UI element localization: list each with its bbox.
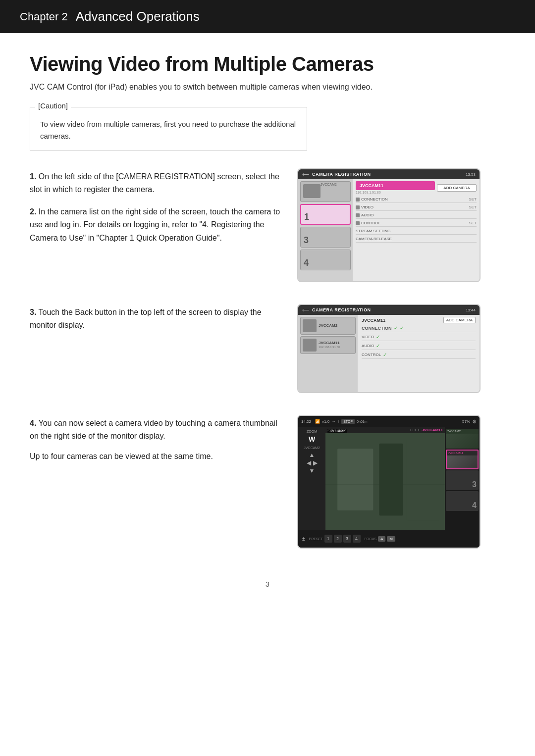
svg-rect-3 [407, 438, 440, 520]
settings-row-control: CONTROL SET [356, 220, 477, 227]
chapter-header: Chapter 2 Advanced Operations [0, 0, 535, 33]
screen2-title: CAMERA REGISTRATION [312, 307, 371, 312]
active-cam-label: JVCCAM11 [422, 428, 443, 432]
step-row-3: 3. Touch the Back button in the top left… [30, 304, 505, 393]
slot-thumb-1 [303, 319, 317, 332]
caution-box: [Caution] To view video from multiple ca… [30, 107, 307, 151]
step-3-num: 3. [30, 308, 36, 316]
monitor-battery: 57% [462, 419, 470, 424]
video-content-svg [325, 433, 445, 530]
slot-1-cam-icon [303, 184, 321, 198]
preset-btn-4[interactable]: 4 [353, 535, 361, 543]
version-info: v1.0 [322, 419, 329, 424]
zoom-label: ZOOM [307, 430, 317, 433]
settings-row-stream: STREAM SETTING [356, 228, 477, 235]
preset-group: PRESET 1 2 3 4 [309, 535, 361, 543]
screen1-time: 13:53 [466, 172, 476, 177]
slot-4-num: 4 [304, 258, 309, 268]
preset-btn-1[interactable]: 1 [324, 535, 332, 543]
preset-btn-3[interactable]: 3 [343, 535, 351, 543]
control-icon [356, 221, 360, 225]
slot-cam2-label: JVCCAM2 [319, 323, 337, 328]
arrow-up-btn[interactable]: ▲ [309, 452, 315, 458]
preset-label: PRESET [309, 537, 323, 541]
signal-icon: 📶 [315, 419, 320, 424]
s2-cam-row: JVCCAM11 ADD CAMERA [362, 317, 476, 323]
s2-control-check: ✓ [383, 352, 387, 357]
focus-manual-btn[interactable]: M [387, 536, 395, 542]
thumb-slot-4[interactable]: 4 [446, 491, 479, 511]
focus-auto-btn[interactable]: A [378, 536, 385, 542]
slot-3-num: 3 [304, 235, 309, 246]
focus-group: FOCUS A M [365, 536, 396, 542]
page-number: 3 [30, 570, 505, 593]
thumb-cam2[interactable]: JVCCAM2 [446, 429, 479, 449]
step-text-block-3: 3. Touch the Back button in the top left… [30, 304, 287, 332]
zoom-value: W [309, 435, 315, 443]
step-text-block-1-2: 1. On the left side of the [CAMERA REGIS… [30, 168, 287, 245]
settings-row-connection: CONNECTION SET [356, 196, 477, 203]
main-content: Viewing Video from Multiple Cameras JVC … [0, 33, 535, 623]
cam-top-label: JVCCAM2 [304, 446, 320, 450]
s2-connection-label: CONNECTION [362, 326, 392, 331]
s2-cam-name: JVCCAM11 [362, 318, 441, 323]
screen2-slot-cam11: JVCCAM11 192.168.1.91:80 [300, 336, 356, 354]
screen1-right-panel: JVCCAM11 192.168.1.91:80 ADD CAMERA CONN… [353, 179, 480, 281]
steps-section: 1. On the left side of the [CAMERA REGIS… [30, 168, 505, 570]
step-3-content: Touch the Back button in the top left of… [30, 308, 262, 329]
screen2-slots: JVCCAM2 JVCCAM11 192.168.1.91:80 [298, 315, 358, 392]
screen1-slot-3: 3 [300, 227, 351, 248]
s2-connection-check2: ✓ [400, 325, 404, 331]
s2-control-row: CONTROL ✓ [362, 352, 476, 359]
step-image-3: ⟵ CAMERA REGISTRATION 13:44 JVCCAM2 [297, 304, 485, 393]
s2-audio-label: AUDIO [362, 344, 374, 348]
preset-btn-2[interactable]: 2 [334, 535, 342, 543]
step-1-text: 1. On the left side of the [CAMERA REGIS… [30, 170, 287, 197]
step-3-text: 3. Touch the Back button in the top left… [30, 306, 287, 332]
arrow-right-btn[interactable]: ▶ [313, 459, 318, 466]
s2-video-check: ✓ [376, 334, 380, 340]
thumb-cam2-label: JVCCAM2 [446, 429, 479, 434]
cam-overlay-label: JVCCAM2 [327, 429, 347, 433]
thumb-cam11[interactable]: JVCCAM11 [446, 450, 479, 469]
video-icon [356, 205, 360, 209]
settings-row-release: CAMERA RELEASE [356, 236, 477, 243]
monitor-time: 14:22 [301, 419, 311, 424]
screen2-right: JVCCAM11 ADD CAMERA CONNECTION ✓ ✓ [358, 315, 480, 392]
page-title: Viewing Video from Multiple Cameras [30, 53, 505, 75]
slot-active-num: 1 [304, 212, 309, 222]
screen2-slot-cam2: JVCCAM2 [300, 317, 356, 335]
rec-time: 0h01m [357, 420, 367, 423]
arrow-down-btn[interactable]: ▼ [309, 467, 315, 474]
chapter-number: Chapter 2 [20, 10, 68, 23]
slot-info-2: JVCCAM11 192.168.1.91:80 [319, 341, 340, 350]
s2-connection-check: ✓ [394, 325, 398, 331]
s2-control-label: CONTROL [362, 353, 381, 357]
s2-video-row: VIDEO ✓ [362, 334, 476, 341]
step-image-1: ⟵ CAMERA REGISTRATION 13:53 JVCCAM2 [297, 168, 485, 282]
step-row-1-2: 1. On the left side of the [CAMERA REGIS… [30, 168, 505, 282]
arrow-left-btn[interactable]: ◀ [307, 459, 311, 466]
step-4-text: 4. You can now select a camera video by … [30, 417, 287, 443]
settings-icon[interactable]: ⚙ [472, 419, 477, 424]
screen1-slot-1: JVCCAM2 [300, 181, 351, 202]
svg-rect-2 [379, 444, 403, 516]
screen1-slot-active: 1 [300, 204, 351, 225]
screen1-slot-4: 4 [300, 250, 351, 270]
thumb-slot-3[interactable]: 3 [446, 470, 479, 490]
step-4-num: 4. [30, 419, 36, 427]
step-1-num: 1. [30, 172, 36, 181]
connection-label: CONNECTION [356, 197, 388, 202]
cam2-ip: 192.168.1.91:80 [356, 191, 435, 194]
monitor-right-thumbs: JVCCAM2 JVCCAM11 3 [445, 427, 480, 530]
thumb-cam2-video [446, 434, 479, 449]
intro-text: JVC CAM Control (for iPad) enables you t… [30, 81, 505, 93]
thumb-3-label: 3 [472, 480, 477, 489]
focus-label: FOCUS [365, 537, 377, 541]
monitor-left-controls: ZOOM W JVCCAM2 ▲ ◀ ▶ [298, 427, 325, 530]
arrow-controls: ▲ ◀ ▶ ▼ [307, 452, 318, 474]
screen1-topbar: ⟵ CAMERA REGISTRATION 13:53 [298, 169, 480, 179]
caution-label: [Caution] [35, 101, 71, 110]
screen1-slots-panel: JVCCAM2 1 3 4 [298, 179, 353, 281]
step-2-text: 2. In the camera list on the right side … [30, 205, 287, 245]
